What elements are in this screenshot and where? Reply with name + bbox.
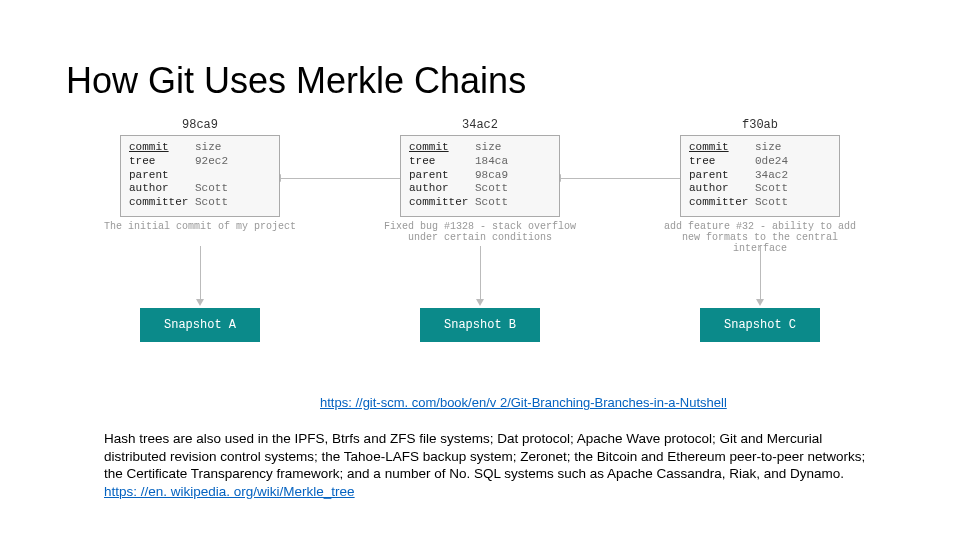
field-label: tree	[409, 155, 475, 169]
field-value: Scott	[755, 196, 788, 210]
wiki-link[interactable]: https: //en. wikipedia. org/wiki/Merkle_…	[104, 484, 355, 499]
snapshot-box: Snapshot B	[420, 308, 540, 342]
snapshot-box: Snapshot A	[140, 308, 260, 342]
commit-hash: 98ca9	[90, 118, 310, 132]
commit-column: f30ab commitsize tree0de24 parent34ac2 a…	[650, 118, 870, 254]
commit-column: 34ac2 commitsize tree184ca parent98ca9 a…	[370, 118, 590, 243]
commit-column: 98ca9 commitsize tree92ec2 parent author…	[90, 118, 310, 232]
source-link[interactable]: https: //git-scm. com/book/en/v 2/Git-Br…	[320, 395, 727, 410]
field-label: commit	[689, 141, 755, 155]
commit-message: add feature #32 - ability to add new for…	[660, 221, 860, 254]
arrow-down-icon	[760, 246, 761, 300]
field-label: parent	[409, 169, 475, 183]
field-value: Scott	[195, 182, 228, 196]
field-value: 184ca	[475, 155, 508, 169]
commit-hash: 34ac2	[370, 118, 590, 132]
body-paragraph: Hash trees are also used in the IPFS, Bt…	[104, 430, 874, 500]
arrow-down-icon	[480, 246, 481, 300]
commit-box: commitsize tree92ec2 parent authorScott …	[120, 135, 280, 217]
field-value: 0de24	[755, 155, 788, 169]
field-value: Scott	[195, 196, 228, 210]
field-label: parent	[689, 169, 755, 183]
field-label: committer	[129, 196, 195, 210]
field-label: author	[689, 182, 755, 196]
git-merkle-diagram: 98ca9 commitsize tree92ec2 parent author…	[90, 118, 870, 378]
field-label: committer	[409, 196, 475, 210]
commit-message: The initial commit of my project	[100, 221, 300, 232]
field-label: committer	[689, 196, 755, 210]
commit-hash: f30ab	[650, 118, 870, 132]
field-value: Scott	[475, 182, 508, 196]
field-value: size	[755, 141, 781, 155]
field-value: Scott	[475, 196, 508, 210]
commit-box: commitsize tree0de24 parent34ac2 authorS…	[680, 135, 840, 217]
field-value: size	[195, 141, 221, 155]
body-text: Hash trees are also used in the IPFS, Bt…	[104, 431, 865, 481]
arrow-down-icon	[200, 246, 201, 300]
field-label: author	[129, 182, 195, 196]
field-value: 92ec2	[195, 155, 228, 169]
snapshot-box: Snapshot C	[700, 308, 820, 342]
field-label: tree	[129, 155, 195, 169]
commit-box: commitsize tree184ca parent98ca9 authorS…	[400, 135, 560, 217]
field-label: tree	[689, 155, 755, 169]
field-label: author	[409, 182, 475, 196]
slide-title: How Git Uses Merkle Chains	[66, 60, 526, 102]
commit-message: Fixed bug #1328 - stack overflow under c…	[380, 221, 580, 243]
field-value: Scott	[755, 182, 788, 196]
field-label: parent	[129, 169, 195, 183]
field-value: 98ca9	[475, 169, 508, 183]
field-value: 34ac2	[755, 169, 788, 183]
field-label: commit	[129, 141, 195, 155]
field-value: size	[475, 141, 501, 155]
field-label: commit	[409, 141, 475, 155]
